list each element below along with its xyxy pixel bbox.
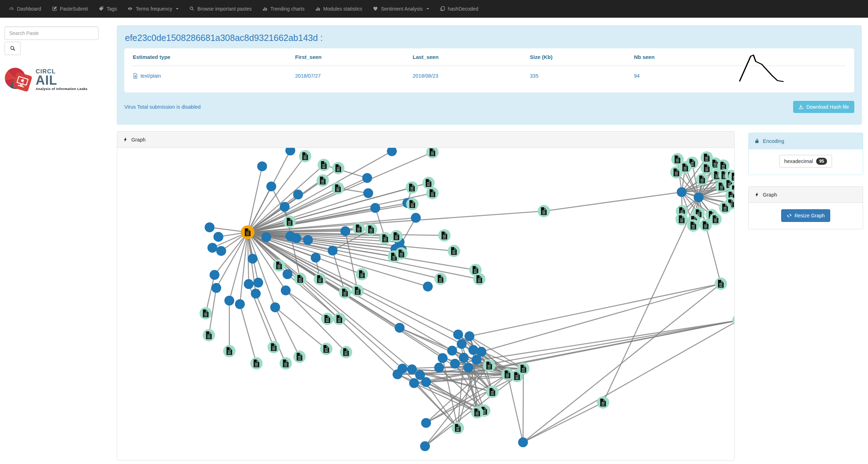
paste-node[interactable] bbox=[340, 226, 350, 236]
paste-node[interactable] bbox=[244, 279, 254, 289]
nav-item-terms-frequency[interactable]: Terms frequency bbox=[122, 0, 184, 17]
paste-node[interactable] bbox=[407, 364, 417, 374]
paste-node[interactable] bbox=[293, 189, 303, 199]
paste-node[interactable] bbox=[328, 246, 337, 255]
decoded-file-node[interactable] bbox=[299, 150, 311, 162]
decoded-file-node[interactable] bbox=[719, 201, 731, 214]
paste-node[interactable] bbox=[393, 369, 402, 379]
decoded-file-node[interactable] bbox=[318, 159, 330, 171]
paste-node[interactable] bbox=[253, 278, 263, 288]
paste-node[interactable] bbox=[457, 339, 467, 349]
decoded-file-node[interactable] bbox=[406, 198, 419, 210]
nav-item-modules-statistics[interactable]: Modules statistics bbox=[310, 0, 367, 17]
nav-item-tags[interactable]: Tags bbox=[93, 0, 122, 17]
paste-node[interactable] bbox=[281, 285, 291, 295]
paste-node[interactable] bbox=[291, 233, 301, 243]
decoded-file-node[interactable] bbox=[448, 245, 460, 257]
paste-node[interactable] bbox=[267, 181, 276, 191]
decoded-file-node[interactable] bbox=[434, 273, 447, 285]
paste-node[interactable] bbox=[251, 289, 261, 299]
decoded-file-node[interactable] bbox=[321, 313, 334, 325]
decoded-file-node[interactable] bbox=[451, 422, 464, 434]
decoded-file-node[interactable] bbox=[701, 162, 713, 174]
current-hash-node[interactable] bbox=[241, 225, 255, 239]
paste-node[interactable] bbox=[211, 283, 221, 293]
paste-node[interactable] bbox=[468, 345, 478, 355]
decoded-file-node[interactable] bbox=[294, 273, 306, 285]
paste-node[interactable] bbox=[423, 282, 433, 291]
decoded-file-node[interactable] bbox=[379, 232, 391, 245]
paste-node[interactable] bbox=[477, 347, 486, 357]
search-paste-input[interactable] bbox=[5, 26, 98, 40]
decoded-file-node[interactable] bbox=[438, 229, 450, 242]
paste-node[interactable] bbox=[282, 269, 292, 279]
paste-node[interactable] bbox=[257, 161, 267, 171]
ail-logo[interactable]: CIRCL AIL Analysis of Information Leaks bbox=[5, 66, 101, 92]
paste-node[interactable] bbox=[411, 213, 421, 223]
paste-node[interactable] bbox=[518, 438, 528, 447]
paste-node[interactable] bbox=[262, 232, 271, 242]
network-graph[interactable] bbox=[117, 148, 734, 460]
paste-node[interactable] bbox=[409, 378, 419, 388]
decoded-file-node[interactable] bbox=[250, 357, 263, 369]
decoded-file-node[interactable] bbox=[473, 273, 485, 285]
paste-node[interactable] bbox=[214, 232, 223, 242]
nav-item-pastesubmit[interactable]: PasteSubmit bbox=[47, 0, 93, 17]
paste-node[interactable] bbox=[205, 222, 215, 232]
decoded-file-node[interactable] bbox=[332, 162, 345, 174]
search-button[interactable] bbox=[5, 42, 20, 55]
paste-node[interactable] bbox=[463, 363, 473, 373]
paste-node[interactable] bbox=[459, 353, 469, 363]
download-hash-file-button[interactable]: Download Hash file bbox=[793, 101, 854, 113]
paste-node[interactable] bbox=[208, 243, 217, 253]
paste-node[interactable] bbox=[421, 418, 431, 428]
encoding-item-hexadecimal[interactable]: hexadecimal95 bbox=[779, 155, 832, 168]
decoded-file-node[interactable] bbox=[353, 222, 365, 235]
decoded-file-node[interactable] bbox=[352, 285, 364, 297]
paste-node[interactable] bbox=[311, 253, 321, 263]
decoded-file-node[interactable] bbox=[483, 359, 495, 372]
nav-item-trending-charts[interactable]: Trending charts bbox=[257, 0, 310, 17]
paste-node[interactable] bbox=[465, 331, 474, 341]
decoded-file-node[interactable] bbox=[597, 396, 609, 409]
nav-item-sentiment-analysis[interactable]: Sentiment Analysis bbox=[367, 0, 434, 17]
paste-node[interactable] bbox=[415, 370, 425, 380]
decoded-file-node[interactable] bbox=[273, 259, 285, 272]
paste-node[interactable] bbox=[420, 441, 430, 451]
nav-item-dashboard[interactable]: Dashboard bbox=[4, 0, 47, 17]
decoded-file-node[interactable] bbox=[710, 213, 722, 225]
decoded-file-node[interactable] bbox=[687, 219, 700, 232]
paste-node[interactable] bbox=[225, 296, 234, 306]
resize-graph-button[interactable]: Resize Graph bbox=[781, 209, 831, 222]
paste-node[interactable] bbox=[447, 346, 457, 356]
decoded-file-node[interactable] bbox=[715, 278, 727, 290]
paste-node[interactable] bbox=[395, 323, 405, 333]
decoded-file-node[interactable] bbox=[293, 350, 306, 363]
paste-node[interactable] bbox=[248, 254, 258, 264]
paste-node[interactable] bbox=[303, 235, 313, 245]
decoded-file-node[interactable] bbox=[426, 187, 438, 199]
decoded-file-node[interactable] bbox=[223, 345, 235, 357]
decoded-file-node[interactable] bbox=[406, 181, 418, 194]
decoded-file-node[interactable] bbox=[333, 313, 346, 325]
decoded-file-node[interactable] bbox=[320, 343, 333, 355]
decoded-file-node[interactable] bbox=[671, 153, 684, 165]
paste-node[interactable] bbox=[453, 330, 463, 339]
paste-node[interactable] bbox=[434, 363, 444, 373]
decoded-file-node[interactable] bbox=[332, 182, 344, 194]
decoded-file-node[interactable] bbox=[696, 173, 708, 186]
decoded-file-node[interactable] bbox=[356, 268, 368, 281]
paste-node[interactable] bbox=[450, 359, 460, 369]
paste-node[interactable] bbox=[280, 202, 289, 212]
decoded-file-node[interactable] bbox=[471, 406, 483, 418]
paste-node[interactable] bbox=[362, 173, 372, 183]
decoded-file-node[interactable] bbox=[203, 329, 215, 341]
decoded-file-node[interactable] bbox=[676, 213, 688, 225]
decoded-file-node[interactable] bbox=[339, 287, 351, 299]
paste-node[interactable] bbox=[438, 353, 448, 363]
paste-node[interactable] bbox=[216, 246, 226, 256]
paste-node[interactable] bbox=[285, 148, 295, 155]
decoded-file-node[interactable] bbox=[517, 362, 529, 375]
decoded-file-node[interactable] bbox=[365, 223, 377, 236]
paste-node[interactable] bbox=[370, 203, 380, 213]
